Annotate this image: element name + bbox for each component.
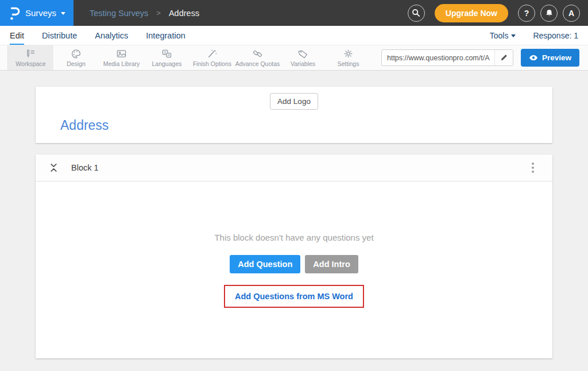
breadcrumb-current: Address [169,9,199,18]
media-image-icon [116,49,127,59]
chevron-down-icon [61,12,65,15]
top-navbar: Surveys Testing Surveys > Address Upgrad… [0,0,588,26]
chain-links-icon [252,49,263,59]
toolbar-item-label: Advance Quotas [235,60,280,67]
tab-integration[interactable]: Integration [146,26,185,45]
gear-icon [343,49,354,59]
ms-word-highlight-box: Add Questions from MS Word [224,285,364,308]
add-question-button[interactable]: Add Question [230,255,300,273]
block-action-buttons: Add Question Add Intro [230,255,358,273]
tab-distribute[interactable]: Distribute [42,26,77,45]
toolbar-right: Preview [381,45,588,70]
translate-icon: 文 A [161,49,172,59]
breadcrumb-parent-link[interactable]: Testing Surveys [90,9,148,18]
block-card: Block 1 This block doesn't have any ques… [36,154,552,358]
survey-header-card: Add Logo Address [36,87,552,143]
survey-url-input[interactable] [382,54,494,62]
pencil-icon [500,54,508,61]
toolbar-item-label: Media Library [103,60,140,67]
toolbar-item-variables[interactable]: Variables [280,45,326,70]
block-title[interactable]: Block 1 [71,163,99,172]
toolbar-item-settings[interactable]: Settings [326,45,371,70]
toolbar-item-workspace[interactable]: Workspace [8,45,53,70]
empty-block-message: This block doesn't have any questions ye… [214,233,373,242]
tab-analytics[interactable]: Analytics [95,26,128,45]
breadcrumb-separator: > [156,9,161,17]
product-switcher[interactable]: Surveys [0,0,74,26]
toolbar-item-design[interactable]: Design [53,45,99,70]
add-intro-button[interactable]: Add Intro [305,255,358,273]
survey-title[interactable]: Address [60,118,109,133]
toolbar-item-label: Variables [291,60,315,67]
preview-button[interactable]: Preview [521,49,579,67]
toolbar-item-languages[interactable]: 文 A Languages [144,45,189,70]
product-name: Surveys [25,8,56,18]
toolbar-item-label: Workspace [16,60,45,67]
avatar[interactable]: A [563,5,580,22]
add-questions-from-ms-word-link[interactable]: Add Questions from MS Word [235,292,353,301]
breadcrumb: Testing Surveys > Address [90,9,199,18]
help-button[interactable]: ? [518,5,535,22]
chevron-down-icon [51,164,57,167]
workspace-icon [25,49,36,59]
toolbar-item-finish-options[interactable]: Finish Options [189,45,235,70]
toolbar-item-label: Languages [152,60,182,67]
toolbar-items: Workspace Design Media Library 文 A [7,45,371,70]
upgrade-now-button[interactable]: Upgrade Now [435,4,508,22]
magic-wand-icon [207,49,218,59]
toolbar-item-label: Design [67,60,86,67]
block-header: Block 1 [36,154,552,181]
questionpro-logo-icon [8,6,21,21]
topbar-actions: Upgrade Now ? A [408,4,588,22]
chevron-down-icon [511,34,516,37]
edit-url-button[interactable] [494,50,513,65]
tag-icon [297,49,308,59]
collapse-block-button[interactable] [51,164,57,172]
chevron-up-icon [51,168,57,172]
design-palette-icon [71,49,82,59]
tools-label: Tools [490,31,509,40]
toolbar-item-label: Settings [338,60,359,67]
tools-dropdown[interactable]: Tools [490,31,516,40]
search-button[interactable] [408,5,425,22]
survey-editor-page: Add Logo Address Block 1 This block does… [0,71,588,358]
section-tabs: Edit Distribute Analytics Integration [10,26,203,45]
section-tab-bar: Edit Distribute Analytics Integration To… [0,26,588,45]
survey-url-box [381,49,513,66]
search-icon [412,9,420,17]
response-count: Response: 1 [533,31,578,40]
add-logo-button[interactable]: Add Logo [270,93,318,110]
block-menu-button[interactable] [528,160,537,175]
preview-label: Preview [542,53,571,62]
bell-icon [545,9,554,17]
notifications-button[interactable] [540,5,558,22]
survey-toolbar: Workspace Design Media Library 文 A [0,45,588,71]
tabrow-right: Tools Response: 1 [490,31,578,40]
toolbar-item-media-library[interactable]: Media Library [99,45,144,70]
toolbar-item-label: Finish Options [193,60,231,67]
toolbar-item-advance-quotas[interactable]: Advance Quotas [235,45,280,70]
tab-edit[interactable]: Edit [10,26,24,45]
block-body: This block doesn't have any questions ye… [36,181,552,358]
eye-icon [529,55,538,61]
